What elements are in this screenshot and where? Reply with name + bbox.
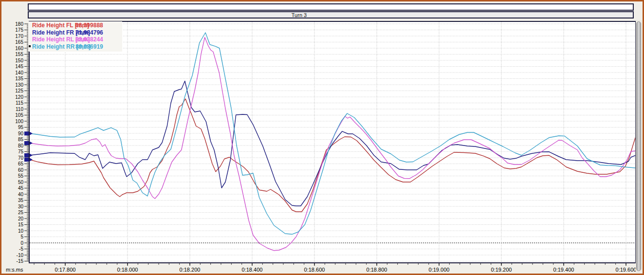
y-tick-label: 170 bbox=[15, 34, 23, 39]
vertical-scrollbar-thumb[interactable] bbox=[636, 21, 641, 271]
y-tick-label: 155 bbox=[15, 52, 23, 57]
y-tick-label: 60 bbox=[18, 167, 24, 173]
y-tick-label: 40 bbox=[18, 192, 24, 197]
legend-item-rr[interactable]: Ride Height RR [mm]89,936919 bbox=[28, 43, 122, 51]
x-tick-label: 0:18.800 bbox=[367, 267, 387, 273]
pane-header-bar bbox=[28, 3, 634, 11]
y-tick-label: 55 bbox=[18, 173, 24, 179]
y-tick-label: 10 bbox=[18, 228, 24, 234]
x-tick-label: 0:18.600 bbox=[304, 267, 325, 273]
y-tick-label: 105 bbox=[15, 112, 23, 118]
y-tick-label: 160 bbox=[15, 46, 23, 51]
x-tick-label: 0:18.200 bbox=[180, 267, 201, 273]
graph-title: Turn 3 bbox=[292, 12, 307, 18]
y-tick-label: 35 bbox=[18, 198, 24, 203]
y-tick-label: 135 bbox=[15, 76, 23, 81]
y-tick-label: 110 bbox=[16, 107, 23, 112]
y-tick-label: 0 bbox=[20, 240, 23, 246]
x-tick-label: 0:19.400 bbox=[553, 267, 574, 273]
ride-height-chart: -15-10-505101520253035404550556065707580… bbox=[1, 19, 644, 275]
y-tick-label: 90 bbox=[18, 131, 24, 136]
y-tick-label: 115 bbox=[16, 100, 23, 106]
x-tick-label: 0:17.800 bbox=[55, 267, 76, 273]
y-tick-label: 165 bbox=[15, 39, 23, 45]
telemetry-graph-window: Turn 3 -15-10-50510152025303540455055606… bbox=[0, 0, 644, 275]
y-tick-label: -10 bbox=[17, 253, 24, 258]
vertical-scrollbar[interactable] bbox=[636, 20, 642, 274]
y-tick-label: 75 bbox=[18, 149, 24, 154]
y-tick-label: -5 bbox=[19, 246, 23, 252]
legend-item-rl[interactable]: Ride Height RL [mm]82,038244 bbox=[28, 36, 122, 43]
y-tick-label: 100 bbox=[15, 119, 23, 124]
y-tick-label: 70 bbox=[18, 155, 24, 161]
y-tick-label: 125 bbox=[15, 88, 23, 93]
y-tick-label: 95 bbox=[18, 125, 24, 130]
y-tick-label: 140 bbox=[15, 70, 23, 75]
x-tick-label: 0:18.000 bbox=[117, 267, 138, 273]
y-tick-label: 65 bbox=[18, 161, 24, 166]
legend-item-fl[interactable]: Ride Height FL [mm]68,399888 bbox=[28, 22, 122, 29]
x-tick-label: 0:18.400 bbox=[242, 267, 263, 273]
y-tick-label: 5 bbox=[20, 234, 23, 239]
y-tick-label: 25 bbox=[18, 210, 24, 215]
x-tick-label: 0:19.600 bbox=[616, 267, 637, 273]
y-tick-label: 85 bbox=[18, 137, 24, 142]
y-tick-label: 45 bbox=[18, 185, 24, 191]
graph-title-bar: Turn 3 bbox=[28, 11, 634, 18]
y-tick-label: 180 bbox=[15, 21, 23, 27]
legend-channel-value: 68,399888 bbox=[75, 22, 103, 29]
x-axis-format-label: m:s.ms bbox=[6, 267, 23, 273]
y-tick-label: 15 bbox=[18, 222, 24, 227]
legend-item-fr[interactable]: Ride Height FR [mm]71,984796 bbox=[28, 29, 122, 37]
channel-legend: Ride Height FL [mm]68,399888Ride Height … bbox=[28, 21, 122, 52]
y-tick-label: 30 bbox=[18, 204, 24, 209]
y-tick-label: 150 bbox=[15, 58, 23, 63]
plot-background bbox=[29, 21, 636, 263]
y-tick-label: 20 bbox=[18, 216, 24, 221]
y-tick-label: 120 bbox=[15, 94, 23, 100]
x-tick-label: 0:19.000 bbox=[429, 267, 450, 273]
y-tick-label: 50 bbox=[18, 180, 24, 185]
y-tick-label: -15 bbox=[17, 258, 24, 264]
y-tick-label: 80 bbox=[18, 143, 24, 148]
y-tick-label: 175 bbox=[15, 27, 23, 33]
legend-channel-value: 82,038244 bbox=[75, 36, 103, 43]
y-tick-label: 130 bbox=[15, 82, 23, 88]
legend-channel-value: 89,936919 bbox=[75, 43, 103, 51]
legend-channel-value: 71,984796 bbox=[75, 29, 103, 37]
x-tick-label: 0:19.200 bbox=[491, 267, 512, 273]
y-tick-label: 145 bbox=[15, 64, 23, 69]
